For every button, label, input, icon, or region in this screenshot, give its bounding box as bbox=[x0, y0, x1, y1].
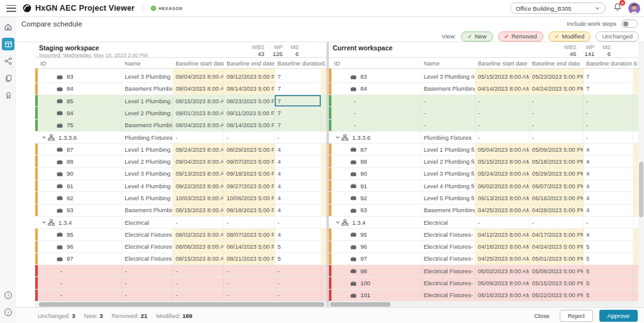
cell-baseline-duration[interactable]: 5 bbox=[584, 265, 633, 276]
hscrollbar-thumb[interactable] bbox=[39, 302, 325, 307]
cell-id[interactable]: 88 bbox=[331, 156, 421, 167]
cell-baseline-duration[interactable]: 5 bbox=[584, 241, 633, 252]
chevron-down-icon[interactable] bbox=[42, 220, 47, 225]
table-row[interactable]: ----- bbox=[35, 290, 326, 302]
cell-id[interactable]: 93 bbox=[38, 205, 122, 216]
filter-chip-modified[interactable]: ✓ Modified bbox=[548, 31, 591, 42]
cell-baseline-duration[interactable]: 7 bbox=[275, 71, 321, 82]
cell-baseline-end[interactable]: - bbox=[530, 95, 584, 106]
cell-name[interactable]: - bbox=[421, 120, 475, 131]
cell-baseline-end[interactable]: 06/16/2023 5:00 PM bbox=[530, 192, 584, 203]
cell-baseline-end[interactable]: - bbox=[530, 217, 584, 228]
cell-id[interactable]: - bbox=[331, 95, 421, 106]
cell-id[interactable]: 93 bbox=[331, 205, 421, 216]
cell-baseline-start[interactable]: - bbox=[173, 277, 224, 288]
cell-baseline-end[interactable]: 09/18/2023 5:00 PM bbox=[224, 168, 275, 179]
cell-baseline-duration[interactable]: 7 bbox=[275, 107, 321, 118]
cell-baseline-end[interactable]: 05/23/2023 5:00 PM bbox=[530, 71, 584, 82]
cell-id[interactable]: - bbox=[38, 277, 122, 288]
cell-baseline-start[interactable]: 09/13/2023 8:00 AM bbox=[173, 168, 224, 179]
cell-name[interactable]: Electrical Fixtures- B... bbox=[421, 229, 475, 240]
cell-name[interactable]: - bbox=[421, 107, 475, 118]
sidebar-item-model[interactable] bbox=[2, 55, 14, 67]
cell-name[interactable]: Level 2 Plumbing Ac... bbox=[122, 107, 173, 118]
table-row[interactable]: 92Level 5 Plumbing fixt...10/03/2023 8:0… bbox=[35, 192, 326, 204]
cell-baseline-start[interactable]: 04/25/2023 8:00 AM bbox=[475, 205, 530, 216]
cell-name[interactable]: - bbox=[122, 277, 173, 288]
cell-baseline-start[interactable]: 05/16/2023 8:00 AM bbox=[475, 290, 530, 301]
cell-baseline-duration[interactable]: 7 bbox=[275, 83, 321, 94]
table-row[interactable]: 90Level 3 Plumbing fixt...05/24/2023 8:0… bbox=[329, 168, 638, 180]
cell-id[interactable]: 83 bbox=[38, 71, 122, 82]
cell-baseline-duration[interactable]: 5 bbox=[584, 253, 633, 264]
table-row[interactable]: 1.3.4Electrical--- bbox=[329, 217, 638, 229]
approve-button[interactable]: Approve bbox=[599, 310, 638, 322]
cell-name[interactable]: Level 3 Plumbing rise... bbox=[421, 71, 475, 82]
table-row[interactable]: 1.3.4Electrical--- bbox=[35, 217, 326, 229]
cell-name[interactable]: Plumbing Fixtures bbox=[122, 132, 173, 143]
cell-id[interactable]: 75 bbox=[38, 120, 122, 131]
cell-baseline-duration[interactable]: 4 bbox=[275, 168, 321, 179]
table-row[interactable]: ----- bbox=[35, 265, 326, 277]
cell-baseline-end[interactable]: 08/21/2023 5:00 PM bbox=[224, 253, 275, 264]
table-row[interactable]: 101Electrical Fixtures- L...05/16/2023 8… bbox=[329, 290, 638, 302]
table-row[interactable]: 88Level 2 Plumbing fixt...05/15/2023 8:0… bbox=[329, 156, 638, 167]
cell-baseline-end[interactable]: 05/18/2023 5:00 PM bbox=[530, 156, 584, 167]
cell-baseline-duration[interactable]: 4 bbox=[584, 205, 633, 216]
table-row[interactable]: 94Level 2 Plumbing Ac...09/01/2023 8:00 … bbox=[35, 107, 326, 119]
cell-baseline-duration[interactable]: - bbox=[275, 290, 321, 301]
cell-name[interactable]: Electrical bbox=[421, 217, 475, 228]
cell-id[interactable]: 90 bbox=[38, 168, 122, 179]
cell-name[interactable]: - bbox=[122, 265, 173, 276]
cell-baseline-end[interactable]: 04/17/2023 5:00 PM bbox=[530, 229, 584, 240]
cell-id[interactable]: 95 bbox=[38, 229, 122, 240]
cell-name[interactable]: Level 4 Plumbing fixt... bbox=[421, 180, 475, 191]
table-row[interactable]: 88Level 2 Plumbing fixt...09/04/2023 8:0… bbox=[35, 156, 326, 167]
cell-baseline-start[interactable]: 04/18/2023 8:00 AM bbox=[475, 241, 530, 252]
cell-baseline-duration[interactable]: 4 bbox=[584, 180, 633, 191]
cell-baseline-end[interactable]: 08/14/2023 5:00 PM bbox=[224, 83, 275, 94]
cell-id[interactable]: 1.3.3.6 bbox=[331, 132, 421, 143]
cell-id[interactable]: 92 bbox=[38, 192, 122, 203]
cell-baseline-duration[interactable]: 5 bbox=[584, 290, 633, 301]
cell-id[interactable]: 97 bbox=[38, 253, 122, 264]
cell-baseline-end[interactable]: 05/29/2023 5:00 PM bbox=[530, 168, 584, 179]
cell-baseline-end[interactable]: 05/22/2023 5:00 PM bbox=[530, 290, 584, 301]
cell-baseline-start[interactable]: 09/01/2023 8:00 AM bbox=[173, 107, 224, 118]
cell-id[interactable]: 88 bbox=[38, 156, 122, 167]
cell-id[interactable]: - bbox=[38, 265, 122, 276]
cell-id[interactable]: 84 bbox=[38, 83, 122, 94]
cell-id[interactable]: 98 bbox=[331, 265, 421, 276]
help-button[interactable]: ? bbox=[2, 289, 14, 302]
cell-baseline-end[interactable]: 08/14/2023 5:00 PM bbox=[224, 120, 275, 131]
cell-name[interactable]: Basement Plumbing ... bbox=[122, 83, 173, 94]
cell-name[interactable]: Electrical Fixtures- L... bbox=[122, 253, 173, 264]
cell-baseline-end[interactable]: 09/12/2023 5:00 PM bbox=[224, 71, 275, 82]
cell-name[interactable]: Level 1 Plumbing fixt... bbox=[421, 144, 475, 155]
cell-baseline-end[interactable]: - bbox=[530, 107, 584, 118]
filter-chip-new[interactable]: ✓ New bbox=[461, 31, 493, 42]
menu-icon[interactable] bbox=[6, 5, 16, 12]
table-row[interactable]: ----- bbox=[329, 95, 638, 107]
cell-baseline-duration[interactable]: 4 bbox=[584, 192, 633, 203]
cell-name[interactable]: Level 2 Plumbing fixt... bbox=[421, 156, 475, 167]
cell-name[interactable]: Electrical bbox=[122, 217, 173, 228]
reject-button[interactable]: Reject bbox=[560, 310, 593, 322]
cell-baseline-duration[interactable]: 5 bbox=[584, 277, 633, 288]
cell-baseline-duration[interactable]: 7 bbox=[275, 120, 321, 131]
cell-baseline-end[interactable]: 10/06/2023 5:00 PM bbox=[224, 192, 275, 203]
table-row[interactable]: 95Electrical Fixtures- B...08/02/2023 8:… bbox=[35, 229, 326, 241]
cell-name[interactable]: Electrical Fixtures- L... bbox=[421, 290, 475, 301]
cell-id[interactable]: 100 bbox=[331, 277, 421, 288]
table-row[interactable]: 84Basement Plumbing ...04/14/2023 8:00 A… bbox=[329, 83, 638, 95]
table-row[interactable]: 87Level 1 Plumbing fixt...08/24/2023 8:0… bbox=[35, 144, 326, 156]
cell-baseline-duration[interactable]: - bbox=[584, 120, 633, 131]
cell-baseline-start[interactable]: 05/15/2023 8:00 AM bbox=[475, 156, 530, 167]
table-row[interactable]: 91Level 4 Plumbing fixt...06/02/2023 8:0… bbox=[329, 180, 638, 192]
cell-name[interactable]: Basement Plumbing ... bbox=[421, 205, 475, 216]
cell-baseline-start[interactable]: 04/12/2023 8:00 AM bbox=[475, 229, 530, 240]
cell-baseline-end[interactable]: 08/14/2023 5:00 PM bbox=[224, 241, 275, 252]
table-row[interactable]: ----- bbox=[329, 107, 638, 119]
cell-baseline-duration[interactable]: - bbox=[275, 265, 321, 276]
cell-baseline-end[interactable]: - bbox=[530, 132, 584, 143]
